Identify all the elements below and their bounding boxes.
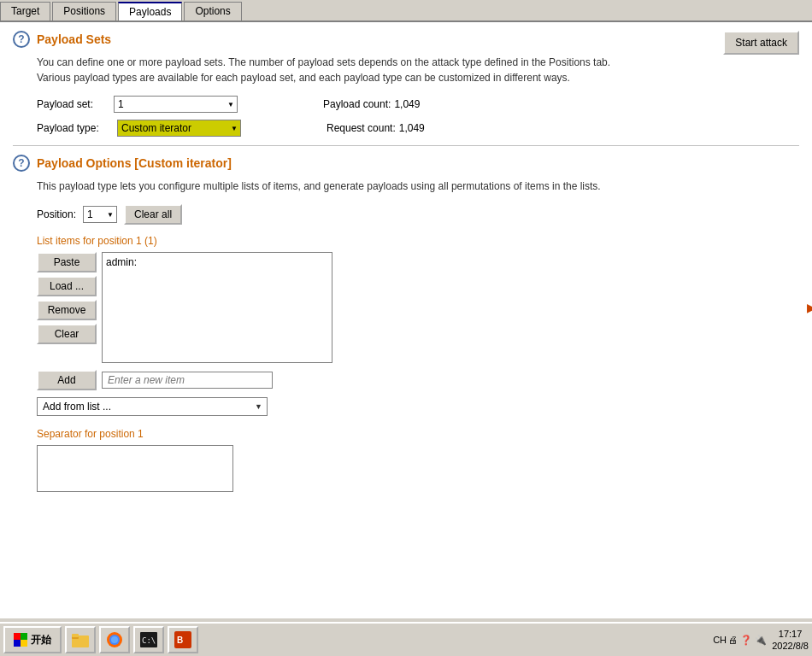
svg-rect-2	[72, 634, 79, 637]
payload-options-header: ? Payload Options [Custom iterator]	[13, 155, 799, 172]
request-count-value: 1,049	[399, 122, 425, 134]
payload-type-select-wrapper: Custom iterator	[117, 120, 241, 137]
taskbar-right: CH 🖨 ❓ 🔌 17:17 2022/8/8	[713, 628, 809, 653]
position-label: Position:	[37, 208, 76, 220]
tab-bar: Target Positions Payloads Options	[0, 0, 812, 22]
payload-set-select-wrapper: 1	[114, 96, 238, 113]
payload-count-value: 1,049	[394, 98, 420, 110]
system-tray: CH 🖨 ❓ 🔌	[713, 635, 767, 646]
start-button[interactable]: 开始	[3, 626, 62, 653]
payload-count-label: Payload count:	[323, 98, 391, 110]
taskbar-app-firefox[interactable]	[99, 626, 130, 653]
taskbar-time: 17:17 2022/8/8	[772, 628, 809, 653]
payload-sets-header: ? Payload Sets	[13, 31, 799, 48]
taskbar: 开始 C:\ B CH 🖨 ❓ 🔌 17:1	[0, 622, 812, 656]
tab-target[interactable]: Target	[0, 2, 50, 20]
tab-options[interactable]: Options	[184, 2, 241, 20]
tab-payloads[interactable]: Payloads	[118, 2, 182, 20]
payload-type-label: Payload type:	[37, 122, 114, 134]
payload-sets-description: You can define one or more payload sets.…	[37, 55, 799, 85]
list-buttons: Paste Load ... Remove Clear	[37, 252, 97, 363]
start-label: 开始	[31, 633, 51, 647]
list-arrow-icon: ▶	[807, 301, 812, 314]
svg-text:C:\: C:\	[142, 636, 156, 645]
list-textarea[interactable]: admin:	[102, 252, 332, 363]
position-select[interactable]: 1 2 3	[83, 206, 117, 223]
clear-all-button[interactable]: Clear all	[124, 204, 182, 225]
add-from-list-wrapper: Add from list ...	[37, 397, 268, 416]
load-button[interactable]: Load ...	[37, 276, 97, 296]
request-count-label: Request count:	[327, 122, 396, 134]
start-attack-button[interactable]: Start attack	[723, 31, 799, 55]
add-item-input[interactable]	[102, 372, 273, 389]
payload-sets-title: Payload Sets	[37, 32, 111, 46]
payload-options-title: Payload Options [Custom iterator]	[37, 156, 232, 170]
paste-button[interactable]: Paste	[37, 252, 97, 272]
payload-set-select[interactable]: 1	[114, 96, 238, 113]
clear-button[interactable]: Clear	[37, 324, 97, 344]
taskbar-app-terminal[interactable]: C:\	[133, 626, 164, 653]
list-area: Paste Load ... Remove Clear admin: ▶	[37, 252, 799, 363]
taskbar-app-folder[interactable]	[65, 626, 96, 653]
main-content: Start attack ? Payload Sets You can defi…	[0, 22, 812, 618]
separator-label: Separator for position 1	[37, 428, 799, 440]
position-row: Position: 1 2 3 Clear all	[37, 204, 799, 225]
add-from-list-select[interactable]: Add from list ...	[37, 397, 268, 416]
taskbar-app-burp[interactable]: B	[168, 626, 198, 653]
tray-icons: 🖨 ❓ 🔌	[728, 635, 767, 646]
payload-sets-icon: ?	[13, 31, 30, 48]
payload-type-select[interactable]: Custom iterator	[117, 120, 241, 137]
add-from-list-row: Add from list ...	[37, 397, 799, 416]
add-button[interactable]: Add	[37, 370, 97, 390]
svg-point-5	[111, 636, 118, 643]
list-section-label: List items for position 1 (1)	[37, 235, 799, 247]
svg-text:B: B	[177, 636, 183, 645]
position-select-wrapper: 1 2 3	[83, 206, 117, 223]
remove-button[interactable]: Remove	[37, 300, 97, 320]
add-row: Add	[37, 370, 799, 390]
payload-options-description: This payload type lets you configure mul…	[37, 179, 799, 194]
payload-set-label: Payload set:	[37, 98, 114, 110]
separator-textarea[interactable]	[37, 445, 233, 492]
tab-positions[interactable]: Positions	[52, 2, 116, 20]
payload-options-icon: ?	[13, 155, 30, 172]
language-indicator: CH	[713, 635, 727, 645]
